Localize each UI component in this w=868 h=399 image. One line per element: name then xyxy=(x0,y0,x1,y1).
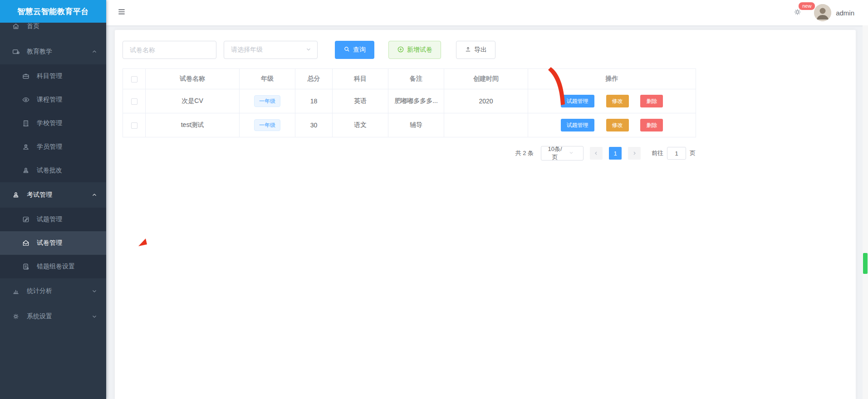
export-button-label: 导出 xyxy=(474,46,487,54)
sidebar-item-paper-management[interactable]: 试卷管理 xyxy=(0,231,106,255)
username[interactable]: admin xyxy=(836,9,854,17)
prev-page-button[interactable] xyxy=(590,147,603,160)
add-paper-button-label: 新增试卷 xyxy=(407,46,432,54)
submenu-education: 科目管理 课程管理 学校管理 学员管理 xyxy=(0,64,106,182)
sidebar-item-label: 考试管理 xyxy=(27,191,52,199)
cell-paper-name: 次是CV xyxy=(146,89,240,113)
next-page-button[interactable] xyxy=(628,147,641,160)
sidebar-item-schools[interactable]: 学校管理 xyxy=(0,112,106,135)
brand-title: 智慧云智能教育平台 xyxy=(17,6,89,17)
sidebar-item-label: 统计分析 xyxy=(27,287,52,295)
topbar-right: new admin xyxy=(793,4,854,21)
sidebar: 智慧云智能教育平台 首页 教育教学 科目管理 xyxy=(0,0,106,399)
delete-button[interactable]: 删除 xyxy=(640,119,663,131)
upload-icon xyxy=(465,46,471,54)
total-count: 共 2 条 xyxy=(515,149,534,157)
sidebar-item-label: 错题组卷设置 xyxy=(37,263,75,271)
grade-select[interactable]: 请选择年级 xyxy=(224,41,318,59)
sidebar-item-label: 学员管理 xyxy=(37,143,62,151)
eye-icon xyxy=(22,96,30,104)
column-header-name: 试卷名称 xyxy=(146,69,240,89)
education-icon xyxy=(12,48,20,56)
sidebar-item-students[interactable]: 学员管理 xyxy=(0,135,106,159)
row-checkbox[interactable] xyxy=(131,122,137,129)
plus-circle-icon xyxy=(397,46,404,54)
cell-subject: 英语 xyxy=(333,89,388,113)
sidebar-item-system-settings[interactable]: 系统设置 xyxy=(0,304,106,329)
sidebar-item-paper-grading[interactable]: 试卷批改 xyxy=(0,159,106,182)
export-button[interactable]: 导出 xyxy=(456,41,495,59)
sidebar-item-label: 试卷管理 xyxy=(37,239,62,247)
goto-page-input[interactable] xyxy=(667,147,686,160)
table-header-row: 试卷名称 年级 总分 科目 备注 创建时间 操作 xyxy=(123,69,696,89)
sidebar-item-subjects[interactable]: 科目管理 xyxy=(0,64,106,88)
manage-questions-button[interactable]: 试题管理 xyxy=(561,119,594,131)
sidebar-item-statistics[interactable]: 统计分析 xyxy=(0,278,106,304)
paper-name-input[interactable] xyxy=(123,41,216,59)
sidebar-item-question-management[interactable]: 试题管理 xyxy=(0,208,106,231)
manage-questions-button[interactable]: 试题管理 xyxy=(561,95,594,107)
brand-logo: 智慧云智能教育平台 xyxy=(0,0,106,23)
chevron-down-icon xyxy=(92,288,97,294)
column-header-score: 总分 xyxy=(295,69,333,89)
student-icon xyxy=(22,143,30,151)
scrollbar-thumb[interactable] xyxy=(863,253,868,274)
sidebar-item-education[interactable]: 教育教学 xyxy=(0,39,106,64)
chevron-down-icon xyxy=(563,150,579,157)
scrollbar-track[interactable] xyxy=(863,25,868,399)
cell-created: 2020 xyxy=(444,89,528,113)
stamp-icon xyxy=(12,191,20,199)
home-icon xyxy=(12,22,20,30)
cell-score: 30 xyxy=(295,113,333,137)
papers-table: 试卷名称 年级 总分 科目 备注 创建时间 操作 次是CV 一年级 18 英语 … xyxy=(123,68,696,137)
cell-score: 18 xyxy=(295,89,333,113)
building-icon xyxy=(22,119,30,127)
cell-paper-name: test测试 xyxy=(146,113,240,137)
briefcase-icon xyxy=(22,72,30,80)
hamburger-icon[interactable] xyxy=(117,7,126,18)
chevron-down-icon xyxy=(305,46,312,54)
edit-doc-icon xyxy=(22,215,30,224)
page-size-value: 10条/页 xyxy=(547,145,563,161)
chevron-up-icon xyxy=(92,49,97,54)
table-row: 次是CV 一年级 18 英语 肥嘟嘟多多多... 2020 试题管理 修改 删除 xyxy=(123,89,696,113)
cell-remark: 肥嘟嘟多多多... xyxy=(388,89,444,113)
header-select-all-cell xyxy=(123,69,146,89)
cell-created xyxy=(444,113,528,137)
settings-gear-button[interactable]: new xyxy=(793,7,802,19)
edit-button[interactable]: 修改 xyxy=(606,119,629,131)
grade-select-placeholder: 请选择年级 xyxy=(231,46,305,54)
new-badge: new xyxy=(798,2,815,10)
column-header-grade: 年级 xyxy=(240,69,295,89)
page-number-active[interactable]: 1 xyxy=(609,147,622,160)
page-size-select[interactable]: 10条/页 xyxy=(541,146,584,161)
delete-button[interactable]: 删除 xyxy=(640,95,663,107)
topbar: new admin xyxy=(106,0,868,25)
column-header-remark: 备注 xyxy=(388,69,444,89)
search-icon xyxy=(343,46,350,54)
sidebar-item-wrong-question-settings[interactable]: 错题组卷设置 xyxy=(0,255,106,278)
filter-bar: 请选择年级 查询 新增试卷 导出 xyxy=(123,41,856,59)
sidebar-item-label: 科目管理 xyxy=(37,72,62,80)
stamp-icon xyxy=(22,166,30,175)
sidebar-item-exam-management[interactable]: 考试管理 xyxy=(0,182,106,208)
column-header-actions: 操作 xyxy=(528,69,696,89)
avatar[interactable] xyxy=(814,4,831,21)
search-button-label: 查询 xyxy=(353,46,366,54)
edit-button[interactable]: 修改 xyxy=(606,95,629,107)
sidebar-item-label: 试卷批改 xyxy=(37,166,62,175)
pagination: 共 2 条 10条/页 1 前往 页 xyxy=(123,146,696,161)
sidebar-item-courses[interactable]: 课程管理 xyxy=(0,88,106,112)
goto-label: 前往 xyxy=(652,149,663,157)
bar-chart-icon xyxy=(12,287,20,295)
select-all-checkbox[interactable] xyxy=(131,76,137,83)
cell-remark: 辅导 xyxy=(388,113,444,137)
add-paper-button[interactable]: 新增试卷 xyxy=(388,41,441,59)
search-button[interactable]: 查询 xyxy=(335,41,374,59)
row-checkbox[interactable] xyxy=(131,98,137,105)
gear-icon xyxy=(12,312,20,321)
submenu-exam: 试题管理 试卷管理 错题组卷设置 xyxy=(0,208,106,278)
sidebar-item-label: 学校管理 xyxy=(37,119,62,127)
sidebar-menu: 首页 教育教学 科目管理 课程管理 xyxy=(0,0,106,329)
doc-lines-icon xyxy=(22,263,30,271)
